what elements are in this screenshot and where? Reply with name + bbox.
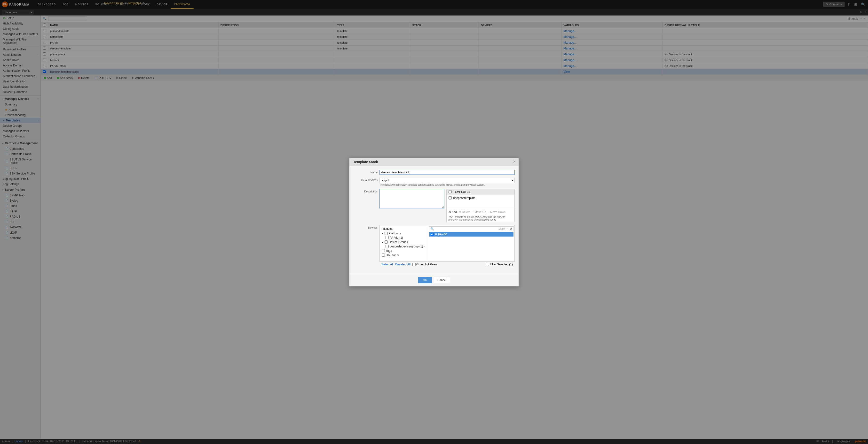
move-down-icon: ↓	[488, 210, 490, 214]
device-icon: 🖥	[435, 233, 437, 236]
name-input[interactable]	[379, 170, 515, 175]
filter-pa-vm: PA-VM (1)	[382, 236, 426, 240]
name-field	[379, 170, 515, 175]
default-vsys-field: vsys1 The default virtual system templat…	[379, 178, 515, 186]
modal-body: Name Default VSYS vsys1 The default virt…	[349, 166, 519, 274]
templates-add-button[interactable]: ⊕ Add	[448, 210, 457, 214]
name-row: Name	[353, 170, 515, 175]
filter-platforms: Platforms	[382, 231, 426, 236]
filter-search-icon: 🔍	[430, 227, 434, 231]
filters-right: 🔍 1 item → ✕ 🖥 PA-VM	[428, 226, 515, 261]
platforms-checkbox[interactable]	[384, 232, 388, 235]
deselect-all-link[interactable]: Deselect All	[395, 263, 410, 266]
description-label: Description	[353, 189, 377, 193]
modal-header: Template Stack ?	[349, 158, 519, 166]
templates-toolbar: ⊕ Add ⊖ Delete ↑ Move Up	[446, 209, 515, 215]
default-vsys-row: Default VSYS vsys1 The default virtual s…	[353, 178, 515, 186]
device-groups-expand-icon	[382, 240, 383, 244]
filter-selected-checkbox[interactable]	[486, 263, 489, 266]
filter-device-groups: Device Groups	[382, 240, 426, 244]
filter-ha-status: HA Status	[382, 253, 426, 257]
modal-footer: OK Cancel	[349, 274, 519, 286]
templates-header: TEMPLATES	[446, 189, 515, 195]
pa-vm-selected-checkbox[interactable]	[431, 233, 434, 236]
modal-overlay: Template Stack ? Name Default VSYS vsys1…	[0, 0, 868, 444]
default-vsys-select[interactable]: vsys1	[379, 178, 515, 183]
template-checkbox-deepeshtemplate[interactable]	[448, 196, 452, 200]
filter-search-input[interactable]	[435, 227, 497, 230]
modal-title: Template Stack	[353, 160, 378, 164]
description-row: Description TEMPLATES deepeshtemplate	[353, 189, 515, 222]
template-stack-modal: Template Stack ? Name Default VSYS vsys1…	[349, 158, 519, 287]
filter-clear-icon[interactable]: ✕	[510, 227, 512, 231]
filter-search-bar: 🔍 1 item → ✕	[429, 226, 514, 231]
devices-label: Devices	[353, 225, 377, 229]
group-ha-peers-checkbox[interactable]	[412, 263, 415, 266]
device-groups-checkbox[interactable]	[384, 240, 388, 243]
filters-label: FILTERS	[382, 227, 426, 230]
modal-help-icon[interactable]: ?	[513, 160, 515, 164]
add-template-icon: ⊕	[448, 210, 451, 214]
pa-vm-checkbox[interactable]	[385, 236, 389, 239]
name-label: Name	[353, 170, 377, 174]
description-textarea[interactable]	[379, 189, 444, 208]
default-vsys-hint: The default virtual system template conf…	[379, 183, 515, 186]
filters-panel: FILTERS Platforms PA-VM (1)	[379, 225, 515, 262]
devices-row: Devices FILTERS Platforms	[353, 225, 515, 267]
ha-status-checkbox[interactable]	[382, 254, 385, 257]
filter-tags: Tags	[382, 249, 426, 253]
cancel-button[interactable]: Cancel	[434, 277, 450, 283]
filters-bottom: Select All Deselect All Group HA Peers F…	[379, 262, 515, 267]
default-vsys-label: Default VSYS	[353, 178, 377, 181]
ok-button[interactable]: OK	[418, 277, 432, 283]
platforms-expand-icon	[382, 232, 383, 235]
templates-move-up-button[interactable]: ↑ Move Up	[472, 210, 486, 214]
filter-item-count: 1 item	[498, 227, 505, 230]
templates-select-all-checkbox[interactable]	[448, 190, 452, 194]
templates-body: deepeshtemplate	[446, 195, 515, 209]
selected-device-pa-vm[interactable]: 🖥 PA-VM	[429, 232, 514, 237]
templates-hint: The Template at the top of the Stack has…	[446, 215, 515, 222]
templates-move-down-button[interactable]: ↓ Move Down	[488, 210, 505, 214]
devices-field: FILTERS Platforms PA-VM (1)	[379, 225, 515, 267]
select-all-link[interactable]: Select All	[381, 263, 393, 266]
move-up-icon: ↑	[472, 210, 474, 214]
templates-delete-button[interactable]: ⊖ Delete	[459, 210, 470, 214]
more-icon: +	[424, 245, 425, 247]
description-field: TEMPLATES deepeshtemplate ⊕ Add	[379, 189, 515, 222]
delete-template-icon: ⊖	[459, 210, 461, 214]
tags-checkbox[interactable]	[382, 249, 385, 252]
filter-deepesh-device-group: deepesh-device-group (1) +	[382, 244, 426, 249]
filter-arrow-icon: →	[506, 227, 509, 231]
filters-left: FILTERS Platforms PA-VM (1)	[380, 226, 428, 261]
templates-section: TEMPLATES deepeshtemplate ⊕ Add	[446, 189, 515, 222]
template-item-deepeshtemplate: deepeshtemplate	[448, 196, 513, 201]
deepesh-device-group-checkbox[interactable]	[385, 245, 389, 248]
